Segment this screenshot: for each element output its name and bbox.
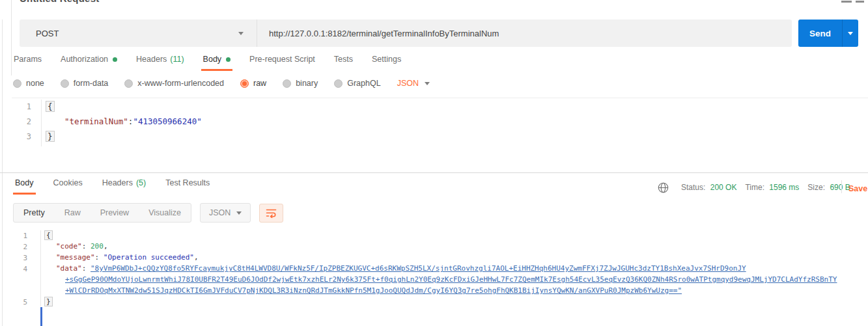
method-select[interactable]: POST — [20, 20, 257, 47]
json-value: "413050966240" — [133, 116, 201, 126]
radio-label: raw — [253, 79, 266, 88]
close-brace: } — [44, 297, 53, 306]
view-visualize[interactable]: Visualize — [139, 204, 191, 222]
tab-cookies[interactable]: Cookies — [51, 178, 85, 195]
radio-icon — [124, 79, 133, 88]
json-key: "data" — [56, 264, 82, 273]
wrap-text-icon — [266, 208, 277, 218]
tab-response-headers[interactable]: Headers (5) — [100, 178, 148, 195]
code-line: "message": "Operation succeeded", — [56, 253, 199, 262]
json-comma: , — [104, 242, 108, 251]
view-raw[interactable]: Raw — [55, 204, 91, 222]
seg-label: Visualize — [148, 208, 181, 217]
meta-divider — [841, 180, 842, 193]
radio-selected-icon — [240, 79, 249, 88]
clipped-text-fragment — [841, 1, 852, 3]
gutter-divider — [41, 100, 42, 146]
tab-label: Settings — [372, 55, 401, 64]
language-value: JSON — [397, 79, 419, 88]
request-tabs: Params Authorization Headers (11) Body P… — [12, 55, 403, 71]
view-preview[interactable]: Preview — [91, 204, 139, 222]
save-response-button[interactable]: Save — [848, 182, 868, 193]
line-number: 3 — [18, 132, 31, 141]
body-language-select[interactable]: JSON — [397, 79, 430, 88]
json-colon: : — [95, 253, 104, 262]
chevron-down-icon — [848, 32, 853, 35]
json-key: "terminalNum" — [64, 116, 128, 126]
tab-response-body[interactable]: Body — [13, 178, 36, 195]
seg-label: Preview — [100, 208, 129, 217]
tab-authorization[interactable]: Authorization — [59, 55, 119, 71]
tab-label: Body — [203, 55, 222, 64]
json-string-value: "Operation succeeded" — [104, 253, 194, 262]
time-value: 1596 ms — [769, 183, 799, 192]
send-label: Send — [809, 29, 831, 38]
wrap-text-button[interactable] — [259, 204, 283, 223]
code-line: } — [46, 131, 55, 141]
tab-label: Authorization — [61, 55, 108, 64]
tab-tests[interactable]: Tests — [332, 55, 355, 71]
json-colon: : — [82, 264, 91, 273]
tab-label: Pre-request Script — [249, 55, 315, 64]
radio-label: none — [26, 79, 44, 88]
radio-icon — [334, 79, 343, 88]
editor-cursor — [40, 307, 42, 326]
code-line-wrap: +sGgGeP90OMdoYUjoLwnrmtWhiJ78I0UBFR2T49E… — [65, 275, 837, 284]
response-meta: Status: 200 OK Time: 1596 ms Size: 690 B — [681, 183, 859, 192]
tab-pre-request-script[interactable]: Pre-request Script — [247, 55, 317, 71]
code-line: { — [44, 231, 53, 239]
radio-icon — [283, 79, 291, 88]
seg-label: Pretty — [23, 208, 45, 217]
json-data-string: +WlCDrRDOqMxXTNW2dw51SJqzHDCkTI6GmJVFduC… — [65, 286, 682, 295]
send-button[interactable]: Send — [798, 20, 842, 47]
json-data-string: +sGgGeP90OMdoYUjoLwnrmtWhiJ78I0UBFR2T49E… — [65, 275, 837, 284]
line-number: 1 — [18, 102, 31, 111]
tab-params[interactable]: Params — [12, 55, 44, 71]
headers-count: (5) — [136, 178, 146, 187]
size-label: Size: — [807, 183, 825, 192]
response-language-select[interactable]: JSON — [200, 203, 251, 223]
tab-body[interactable]: Body — [201, 55, 233, 71]
url-value: http://127.0.0.1:8182/terminal/getTermin… — [269, 29, 499, 38]
pane-divider — [0, 172, 868, 173]
radio-none[interactable]: none — [13, 79, 44, 88]
radio-x-www-form-urlencoded[interactable]: x-www-form-urlencoded — [124, 79, 224, 88]
code-line: "code": 200, — [56, 242, 108, 251]
tab-settings[interactable]: Settings — [370, 55, 403, 71]
radio-form-data[interactable]: form-data — [61, 79, 109, 88]
tab-label: Cookies — [53, 178, 83, 187]
open-brace: { — [44, 230, 53, 240]
url-input[interactable]: http://127.0.0.1:8182/terminal/getTermin… — [257, 20, 792, 47]
close-brace: } — [46, 131, 55, 142]
radio-binary[interactable]: binary — [283, 79, 318, 88]
method-value: POST — [36, 29, 59, 38]
send-button-group: Send — [798, 20, 858, 47]
tab-headers[interactable]: Headers (11) — [134, 55, 186, 71]
radio-graphql[interactable]: GraphQL — [334, 79, 380, 88]
line-number: 4 — [17, 265, 27, 273]
line-number: 3 — [17, 254, 27, 262]
code-line-wrap: +WlCDrRDOqMxXTNW2dw51SJqzHDCkTI6GmJVFduC… — [65, 286, 682, 295]
radio-raw[interactable]: raw — [240, 79, 266, 88]
view-pretty[interactable]: Pretty — [14, 204, 55, 222]
time-label: Time: — [745, 183, 764, 192]
tab-test-results[interactable]: Test Results — [163, 178, 212, 195]
open-brace: { — [46, 101, 55, 112]
tab-label: Body — [15, 178, 34, 187]
line-number: 2 — [18, 117, 31, 126]
json-comma: , — [194, 253, 199, 262]
line-number: 5 — [17, 298, 27, 306]
json-number-value: 200 — [91, 242, 104, 251]
send-options-button[interactable] — [843, 20, 858, 47]
radio-label: binary — [296, 79, 318, 88]
green-dot-icon — [226, 57, 231, 62]
gutter-divider — [40, 230, 41, 306]
line-number: 2 — [17, 243, 27, 251]
request-title-clipped: Untitled Request — [20, 0, 189, 6]
tab-label: Headers — [102, 178, 133, 187]
headers-count: (11) — [170, 55, 184, 64]
clipped-text-fragment — [856, 1, 864, 3]
json-colon: : — [82, 242, 91, 251]
line-number: 1 — [17, 232, 27, 240]
network-globe-icon[interactable] — [658, 182, 669, 196]
